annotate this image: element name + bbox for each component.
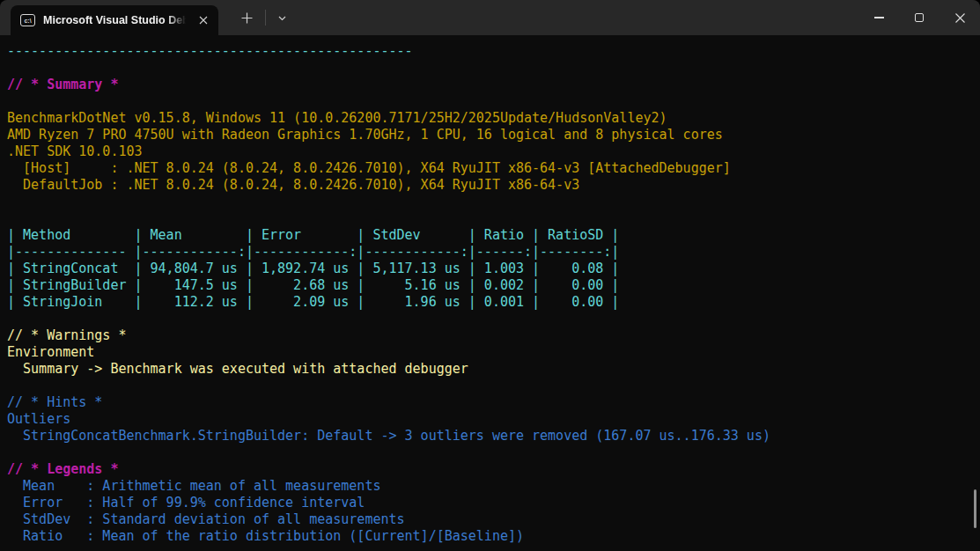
tab-dropdown-button[interactable] (270, 4, 293, 32)
command-prompt-icon-text: c:\ (24, 18, 31, 24)
tab-title: Microsoft Visual Studio Debug (43, 14, 188, 26)
plus-icon (240, 11, 254, 25)
terminal-line: Ratio : Mean of the ratio distribution (… (7, 528, 980, 545)
terminal-line (7, 194, 980, 210)
terminal-line: | Method | Mean | Error | StdDev | Ratio… (7, 227, 980, 244)
terminal-line: ----------------------------------------… (7, 43, 980, 60)
close-button[interactable] (939, 0, 980, 35)
tab-close-icon[interactable] (195, 12, 211, 28)
terminal-line: | StringConcat | 94,804.7 us | 1,892.74 … (7, 261, 980, 277)
terminal-viewport[interactable]: ----------------------------------------… (0, 35, 980, 551)
titlebar-drag-area[interactable] (293, 0, 858, 35)
chevron-down-icon (277, 13, 287, 23)
terminal-line (7, 93, 980, 110)
new-tab-button[interactable] (232, 4, 261, 32)
window-controls (858, 0, 980, 35)
terminal-line: // * Warnings * (7, 327, 980, 344)
scrollbar-thumb[interactable] (974, 489, 976, 528)
terminal-line (7, 444, 980, 461)
terminal-line: |-------------- |------------:|---------… (7, 244, 980, 261)
terminal-line: AMD Ryzen 7 PRO 4750U with Radeon Graphi… (7, 127, 980, 143)
terminal-window: c:\ Microsoft Visual Studio Debug ------… (0, 0, 980, 551)
terminal-line: .NET SDK 10.0.103 (7, 143, 980, 160)
maximize-icon (915, 13, 924, 22)
terminal-line: Outliers (7, 411, 980, 428)
tab-active[interactable]: c:\ Microsoft Visual Studio Debug (11, 5, 218, 35)
terminal-line (7, 378, 980, 394)
terminal-line: BenchmarkDotNet v0.15.8, Windows 11 (10.… (7, 110, 980, 127)
tab-bar-divider (265, 10, 266, 26)
terminal-output: ----------------------------------------… (7, 43, 980, 545)
close-icon (954, 12, 966, 24)
minimize-button[interactable] (858, 0, 899, 35)
terminal-line: // * Hints * (7, 394, 980, 411)
terminal-line: | StringJoin | 112.2 us | 2.09 us | 1.96… (7, 294, 980, 311)
terminal-line: StdDev : Standard deviation of all measu… (7, 511, 980, 528)
terminal-line: | StringBuilder | 147.5 us | 2.68 us | 5… (7, 277, 980, 294)
terminal-line (7, 210, 980, 227)
command-prompt-icon: c:\ (20, 14, 35, 26)
terminal-line: Environment (7, 344, 980, 361)
minimize-icon (874, 17, 884, 18)
terminal-line: StringConcatBenchmark.StringBuilder: Def… (7, 428, 980, 444)
terminal-line: Error : Half of 99.9% confidence interva… (7, 495, 980, 511)
terminal-line: [Host] : .NET 8.0.24 (8.0.24, 8.0.2426.7… (7, 160, 980, 177)
terminal-line (7, 60, 980, 77)
titlebar[interactable]: c:\ Microsoft Visual Studio Debug (0, 0, 980, 35)
terminal-line (7, 311, 980, 327)
maximize-button[interactable] (899, 0, 939, 35)
terminal-line: Summary -> Benchmark was executed with a… (7, 361, 980, 378)
terminal-line: // * Summary * (7, 77, 980, 93)
terminal-line: DefaultJob : .NET 8.0.24 (8.0.24, 8.0.24… (7, 177, 980, 194)
terminal-line: Mean : Arithmetic mean of all measuremen… (7, 478, 980, 495)
terminal-line: // * Legends * (7, 461, 980, 478)
